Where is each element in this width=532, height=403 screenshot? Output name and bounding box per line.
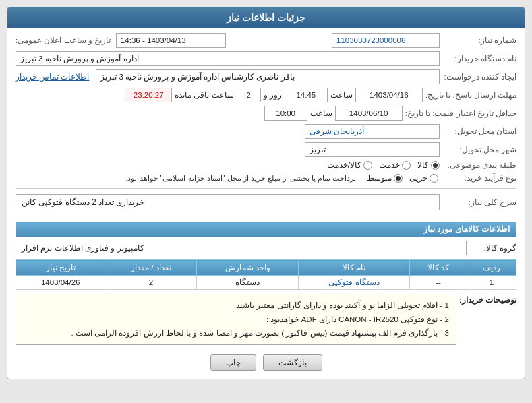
group-value: کامپیوتر و فناوری اطلاعات-نرم افزار: [16, 241, 467, 255]
validity-label: حداقل تاریخ اعتبار قیمت: تا تاریخ:: [405, 108, 516, 118]
reply-deadline-label: مهلت ارسال پاسخ: تا تاریخ:: [425, 90, 516, 100]
reply-time-label: ساعت: [330, 90, 353, 100]
purchase-note: پرداخت تمام یا بخشی از مبلغ خرید از محل …: [125, 174, 356, 183]
page-title: جزئیات اطلاعات نیاز: [7, 7, 525, 28]
category-service-label: خدمت: [379, 160, 400, 170]
col-date: تاریخ نیاز: [16, 260, 105, 276]
serp-label: سرح کلی نیاز:: [442, 197, 516, 207]
reply-remain: 23:20:27: [125, 88, 172, 102]
category-option-service[interactable]: خدمت: [379, 160, 411, 170]
button-row: بازگشت چاپ: [16, 354, 516, 371]
table-cell-code: --: [410, 276, 467, 290]
col-row: ردیف: [467, 260, 516, 276]
shenaze-label: شماره نیاز:: [442, 36, 516, 45]
validity-time: 10:00: [264, 106, 307, 121]
print-button[interactable]: چاپ: [210, 354, 256, 371]
radio-partial-icon: [430, 174, 438, 183]
creator-value: باقر ناصری کارشناس اداره آموزش و پرورش ن…: [96, 69, 440, 84]
serp-value: خریداری تعداد 2 دستگاه فتوکپی کانن: [16, 194, 440, 210]
validity-time-label: ساعت: [310, 108, 332, 118]
buyer-value: اداره آموزش و پرورش ناحیه 3 تبریز: [16, 51, 440, 66]
purchase-medium-label: متوسط: [367, 173, 392, 183]
table-cell-row: 1: [467, 276, 516, 290]
purchase-type-partial[interactable]: جزیی: [409, 173, 438, 183]
category-label: طبقه بندی موضوعی:: [442, 160, 516, 170]
shenaze-value: 1103030723000006: [332, 33, 440, 48]
table-cell-qty: 2: [105, 276, 197, 290]
notes-label: توضیحات خریدار:: [459, 295, 516, 305]
goods-section-title: اطلاعات کالاهای مورد نیاز: [16, 222, 516, 237]
divider-2: [16, 216, 516, 216]
category-option-goods[interactable]: کالا: [417, 160, 440, 170]
notes-line-1: 1 - اقلام تحویلی الزاما نو و آکبند بوده …: [23, 299, 449, 313]
reply-remain-label: ساعت باقی مانده: [175, 90, 233, 100]
buyer-label: نام دستگاه خریدار:: [442, 54, 516, 63]
category-radio-group: کالا خدمت کالا/خدمت: [327, 160, 440, 170]
notes-line-3: 3 - بارگذاری فرم الف پیشنهاد قیمت (پیش ف…: [23, 326, 449, 340]
notes-box: 1 - اقلام تحویلی الزاما نو و آکبند بوده …: [16, 294, 456, 345]
validity-date: 1403/06/10: [335, 106, 403, 121]
province-value: آذربایجان شرقی: [305, 124, 440, 139]
category-both-label: کالا/خدمت: [327, 160, 361, 170]
table-cell-unit: دستگاه: [197, 276, 298, 290]
col-qty: تعداد / مقدار: [105, 260, 197, 276]
category-goods-label: کالا: [417, 160, 429, 170]
table-cell-date: 1403/04/26: [16, 276, 105, 290]
purchase-type-label: نوع فرآیند خرید:: [442, 173, 516, 183]
creator-label: ایجاد کننده درخواست:: [442, 72, 516, 82]
notes-line-2: 2 - نوع فتوکپی CANON - IR2520 دارای ADF …: [23, 313, 449, 327]
reply-date: 1403/04/16: [355, 88, 423, 102]
reply-day-label: روز و: [264, 90, 282, 100]
purchase-type-radio-group: جزیی متوسط: [367, 173, 438, 183]
reply-time: 14:45: [285, 88, 328, 102]
contact-link[interactable]: اطلاعات تماس خریدار: [16, 72, 89, 82]
reply-days: 2: [237, 88, 261, 102]
date-time-label: تاریخ و ساعت اعلان عمومی:: [16, 36, 111, 45]
city-value: تبریز: [305, 142, 440, 157]
radio-medium-icon: [394, 174, 403, 183]
table-cell-name[interactable]: دستگاه فتوکپی: [298, 276, 409, 290]
items-table: ردیف کد کالا نام کالا واحد شمارش تعداد /…: [16, 259, 516, 290]
category-option-both[interactable]: کالا/خدمت: [327, 160, 372, 170]
date-time-value: 1403/04/13 - 14:36: [116, 33, 226, 48]
group-label: گروه کالا:: [469, 243, 516, 253]
col-code: کد کالا: [410, 260, 467, 276]
divider-1: [16, 188, 516, 189]
radio-goods-icon: [431, 161, 440, 170]
back-button[interactable]: بازگشت: [263, 354, 322, 371]
purchase-type-medium[interactable]: متوسط: [367, 173, 403, 183]
purchase-partial-label: جزیی: [409, 173, 427, 183]
radio-service-icon: [402, 161, 411, 170]
col-name: نام کالا: [298, 260, 409, 276]
col-unit: واحد شمارش: [197, 260, 298, 276]
radio-both-icon: [363, 161, 372, 170]
province-label: استان محل تحویل:: [442, 127, 516, 136]
city-label: شهر محل تحویل:: [442, 145, 516, 154]
